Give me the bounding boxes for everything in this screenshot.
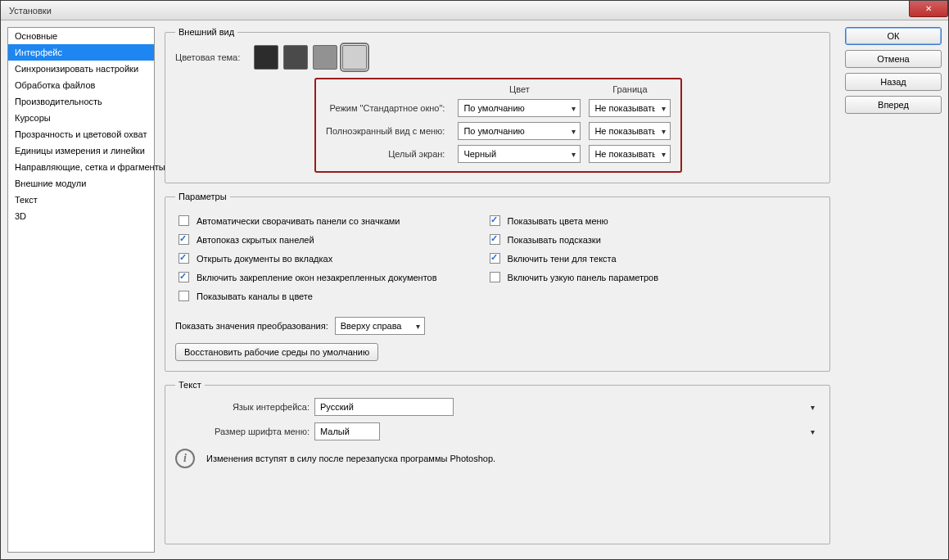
highlight-box: Цвет Граница Режим "Стандартное окно": П… <box>314 78 682 173</box>
transform-label: Показать значения преобразования: <box>175 321 328 331</box>
legend-appearance: Внешний вид <box>175 27 237 37</box>
font-size-label: Размер шрифта меню: <box>175 427 314 436</box>
ok-button[interactable]: ОК <box>845 27 942 45</box>
sidebar-item-file-handling[interactable]: Обработка файлов <box>8 77 154 93</box>
column-color: Цвет <box>458 84 581 94</box>
lbl-text-shadow: Включить тени для текста <box>508 254 617 264</box>
column-border: Граница <box>589 84 671 94</box>
lbl-menu-colors: Показывать цвета меню <box>508 216 608 226</box>
sidebar-item-transparency[interactable]: Прозрачность и цветовой охват <box>8 126 154 142</box>
row-fullmenu-border[interactable]: Не показывать <box>589 122 671 140</box>
lbl-auto-show: Автопоказ скрытых панелей <box>197 235 314 245</box>
row-standard-color[interactable]: По умолчанию <box>458 99 581 117</box>
sidebar-item-sync[interactable]: Синхронизировать настройки <box>8 61 154 77</box>
row-fullmenu-label: Полноэкранный вид с меню: <box>326 126 450 136</box>
fieldset-text: Текст Язык интерфейса: Русский Размер шр… <box>165 380 830 544</box>
row-standard-label: Режим "Стандартное окно": <box>326 103 450 113</box>
sidebar-item-plugins[interactable]: Внешние модули <box>8 175 154 192</box>
lbl-channels-color: Показывать каналы в цвете <box>197 291 313 301</box>
sidebar-item-general[interactable]: Основные <box>8 28 154 44</box>
chk-tooltips[interactable] <box>490 234 500 245</box>
legend-text: Текст <box>175 380 205 390</box>
lbl-narrow-options: Включить узкую панель параметров <box>508 273 659 282</box>
lbl-tooltips: Показывать подсказки <box>508 235 601 245</box>
theme-swatch-medium[interactable] <box>313 45 337 70</box>
fieldset-params: Параметры Автоматически сворачивать пане… <box>165 192 830 372</box>
info-icon: i <box>175 449 195 468</box>
lbl-auto-collapse: Автоматически сворачивать панели со знач… <box>197 216 400 226</box>
lbl-tabs: Открыть документы во вкладках <box>197 254 332 264</box>
theme-swatch-light[interactable] <box>342 45 367 70</box>
chk-auto-show[interactable] <box>179 234 189 245</box>
theme-swatch-dark[interactable] <box>283 45 308 70</box>
close-icon: ✕ <box>925 4 932 13</box>
preferences-window: Установки ✕ Основные Интерфейс Синхрониз… <box>0 0 949 560</box>
language-select[interactable]: Русский <box>314 398 454 416</box>
row-standard-border[interactable]: Не показывать <box>589 99 671 117</box>
legend-params: Параметры <box>175 192 230 201</box>
color-theme-label: Цветовая тема: <box>175 52 249 62</box>
chk-docking[interactable] <box>179 272 189 282</box>
color-theme-row: Цветовая тема: <box>175 45 820 70</box>
cancel-button[interactable]: Отмена <box>845 50 942 68</box>
client-area: Основные Интерфейс Синхронизировать наст… <box>1 20 948 559</box>
chk-text-shadow[interactable] <box>490 253 500 264</box>
params-left-col: Автоматически сворачивать панели со знач… <box>175 210 437 307</box>
back-button[interactable]: Назад <box>845 73 942 91</box>
chk-narrow-options[interactable] <box>490 272 500 282</box>
chk-auto-collapse[interactable] <box>179 215 189 226</box>
font-size-select[interactable]: Малый <box>314 422 380 440</box>
row-fullscreen-border[interactable]: Не показывать <box>589 145 671 163</box>
main-panel: Внешний вид Цветовая тема: Цвет Граница <box>155 27 835 553</box>
restore-workspaces-button[interactable]: Восстановить рабочие среды по умолчанию <box>175 343 378 361</box>
chk-menu-colors[interactable] <box>490 215 500 226</box>
sidebar-item-performance[interactable]: Производительность <box>8 93 154 110</box>
dialog-buttons: ОК Отмена Назад Вперед <box>835 27 942 553</box>
fieldset-appearance: Внешний вид Цветовая тема: Цвет Граница <box>165 27 830 183</box>
theme-swatch-darkest[interactable] <box>254 45 278 70</box>
sidebar-item-3d[interactable]: 3D <box>8 208 154 224</box>
language-label: Язык интерфейса: <box>175 402 314 412</box>
titlebar: Установки ✕ <box>1 1 948 20</box>
row-fullscreen-label: Целый экран: <box>326 149 450 159</box>
row-fullmenu-color[interactable]: По умолчанию <box>458 122 581 140</box>
sidebar-item-text[interactable]: Текст <box>8 192 154 208</box>
lbl-docking: Включить закрепление окон незакрепленных… <box>197 273 437 282</box>
chk-tabs[interactable] <box>179 253 189 264</box>
sidebar-item-cursors[interactable]: Курсоры <box>8 110 154 126</box>
chk-channels-color[interactable] <box>179 291 189 301</box>
sidebar-item-interface[interactable]: Интерфейс <box>8 44 154 61</box>
params-right-col: Показывать цвета меню Показывать подсказ… <box>486 210 659 307</box>
close-button[interactable]: ✕ <box>909 1 948 17</box>
row-fullscreen-color[interactable]: Черный <box>458 145 581 163</box>
sidebar-item-guides[interactable]: Направляющие, сетка и фрагменты <box>8 159 154 175</box>
restart-notice: Изменения вступят в силу после перезапус… <box>206 454 495 463</box>
sidebar-item-units[interactable]: Единицы измерения и линейки <box>8 142 154 159</box>
window-title: Установки <box>9 6 52 16</box>
forward-button[interactable]: Вперед <box>845 96 942 114</box>
transform-position-select[interactable]: Вверху справа <box>335 317 425 335</box>
category-sidebar: Основные Интерфейс Синхронизировать наст… <box>7 27 155 553</box>
